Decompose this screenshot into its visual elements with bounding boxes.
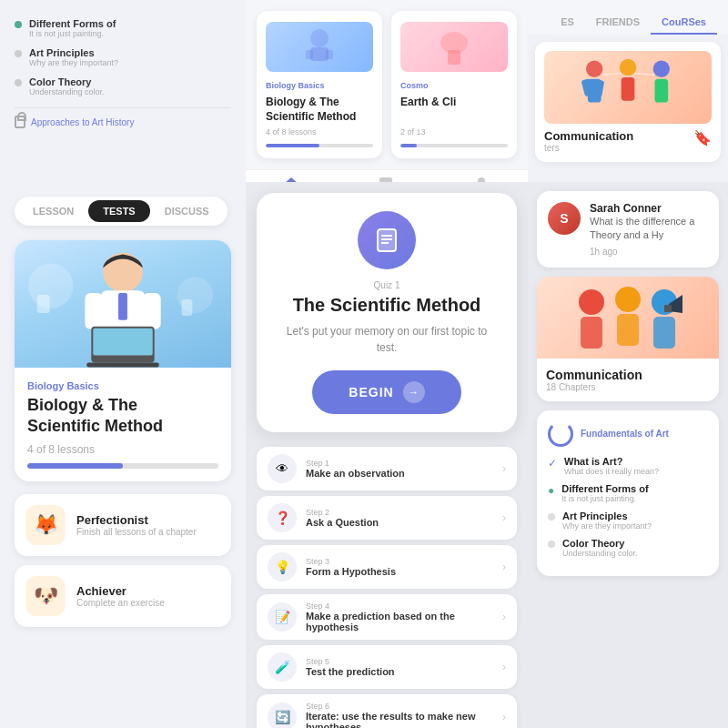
svg-rect-41 <box>653 317 675 349</box>
art-item-text-4: Color Theory Understanding color. <box>562 538 638 558</box>
art-check-2: ● <box>548 484 554 497</box>
svg-point-10 <box>586 61 602 77</box>
card2-category: Cosmo <box>400 81 508 90</box>
achievement-perfectionist[interactable]: 🦊 Perfectionist Finish all lessons of a … <box>15 494 231 556</box>
outline-dot-2 <box>15 50 22 57</box>
step-3[interactable]: 💡 Step 3 Form a Hypothesis › <box>257 545 517 589</box>
bottom-center-panel: Quiz 1 The Scientific Method Let's put y… <box>246 182 528 728</box>
outline-item-3[interactable]: Color Theory Understanding color. <box>15 76 231 96</box>
tab-lesson[interactable]: LESSON <box>18 200 88 222</box>
mini-card-2[interactable]: Cosmo Earth & Cli 2 of 13 <box>391 11 517 158</box>
outline-dot-3 <box>15 79 22 86</box>
communication-details: Communication 18 Chapters <box>537 359 719 401</box>
card1-progress-fill <box>266 144 319 147</box>
outline-dot-1 <box>15 21 22 28</box>
art-item-2[interactable]: ● Different Forms of It is not just pain… <box>548 483 708 503</box>
step-5[interactable]: 🧪 Step 5 Test the prediction › <box>257 645 517 689</box>
step-6[interactable]: 🔄 Step 6 Iterate: use the results to mak… <box>257 694 517 728</box>
bottom-left-panel: LESSON TESTS DISCUSS <box>0 182 246 728</box>
card2-title: Earth & Cli <box>400 96 508 110</box>
begin-label: BEGIN <box>349 385 393 399</box>
svg-rect-3 <box>326 50 333 59</box>
step-2[interactable]: ❓ Step 2 Ask a Question › <box>257 496 517 540</box>
outline-text-2: Art Principles Why are they important? <box>29 47 118 67</box>
svg-rect-5 <box>448 50 460 65</box>
bottom-right-panel: S Sarah Conner What is the difference a … <box>528 182 728 728</box>
card1-title: Biology & The Scientific Method <box>266 96 373 124</box>
course-card[interactable]: Biology Basics Biology & TheScientific M… <box>15 240 231 481</box>
art-item-4[interactable]: Color Theory Understanding color. <box>548 538 708 558</box>
step-text-5: Step 5 Test the prediction <box>306 657 493 677</box>
svg-point-38 <box>615 287 641 312</box>
communication-card[interactable]: Communication 18 Chapters <box>537 277 719 401</box>
card1-lessons: 4 of 8 lessons <box>266 127 373 136</box>
svg-rect-27 <box>85 293 103 329</box>
svg-rect-26 <box>118 293 127 320</box>
svg-rect-15 <box>622 77 635 101</box>
step-text-2: Step 2 Ask a Question <box>306 508 493 528</box>
svg-rect-2 <box>306 50 313 59</box>
course-title: Biology & TheScientific Method <box>27 395 218 436</box>
step-chevron-5: › <box>502 661 506 673</box>
course-progress-fill <box>27 463 123 469</box>
svg-point-36 <box>579 289 604 315</box>
steps-list: 👁 Step 1 Make an observation › ❓ Step 2 … <box>257 447 517 728</box>
outline-item-2[interactable]: Art Principles Why are they important? <box>15 47 231 67</box>
lesson-tabs: LESSON TESTS DISCUSS <box>15 197 228 226</box>
card1-category: Biology Basics <box>266 81 373 90</box>
tab-courses[interactable]: CouRSes <box>651 11 717 35</box>
sarah-card: S Sarah Conner What is the difference a … <box>537 191 719 268</box>
art-item-text-3: Art Principles Why are they important? <box>562 511 652 531</box>
approach-footer[interactable]: Approaches to Art History <box>15 107 231 128</box>
tab-discuss[interactable]: DISCUSS <box>150 200 224 222</box>
art-category: Fundamentals of Art <box>581 429 669 439</box>
user-name: Sarah Conner <box>590 202 708 215</box>
art-dot-3 <box>548 513 555 521</box>
mini-card-1[interactable]: Biology Basics Biology & The Scientific … <box>257 11 382 158</box>
outline-text-3: Color Theory Understanding color. <box>29 76 105 96</box>
tab-es[interactable]: ES <box>550 11 585 35</box>
course-progress-bar <box>27 463 218 469</box>
nav-courses[interactable]: Courses <box>370 176 401 182</box>
art-item-text-1: What is Art? What does it really mean? <box>564 456 659 476</box>
approach-text: Approaches to Art History <box>31 117 134 127</box>
step-icon-2: ❓ <box>268 503 297 532</box>
outline-text-1: Different Forms of It is not just painti… <box>29 18 116 38</box>
tab-tests[interactable]: TESTS <box>88 200 149 222</box>
tab-friends[interactable]: FRIENDS <box>585 11 651 35</box>
art-item-1[interactable]: ✓ What is Art? What does it really mean? <box>548 456 708 476</box>
achievement-achiever[interactable]: 🐶 Achiever Complete an exercise <box>15 565 231 627</box>
comm-info: Communication ters 🔖 <box>544 129 712 153</box>
bookmark-icon[interactable]: 🔖 <box>693 129 712 147</box>
quiz-card: Quiz 1 The Scientific Method Let's put y… <box>257 193 517 432</box>
nav-profile[interactable]: Profile <box>470 176 494 182</box>
svg-rect-42 <box>664 305 672 312</box>
svg-line-19 <box>634 73 654 75</box>
svg-rect-23 <box>181 299 192 316</box>
svg-point-0 <box>310 29 329 47</box>
tab-bar-top: ES FRIENDS CouRSes <box>528 0 728 35</box>
art-item-3[interactable]: Art Principles Why are they important? <box>548 511 708 531</box>
svg-rect-22 <box>37 295 50 313</box>
svg-rect-17 <box>654 79 668 103</box>
step-1[interactable]: 👁 Step 1 Make an observation › <box>257 447 517 490</box>
cards-row: Biology Basics Biology & The Scientific … <box>246 0 528 169</box>
course-lessons: 4 of 8 lessons <box>27 443 218 456</box>
step-4[interactable]: 📝 Step 4 Make a prediction based on the … <box>257 594 517 640</box>
sarah-text: Sarah Conner What is the difference a Th… <box>590 202 708 257</box>
nav-home[interactable]: Home <box>280 176 302 182</box>
card1-progress-bar <box>266 144 373 147</box>
outline-item-1[interactable]: Different Forms of It is not just painti… <box>15 18 231 38</box>
step-icon-4: 📝 <box>268 602 297 632</box>
svg-rect-37 <box>581 317 602 349</box>
step-icon-5: 🧪 <box>268 652 297 682</box>
art-header: Fundamentals of Art <box>548 421 708 447</box>
courses-icon <box>378 176 394 182</box>
communication-image <box>537 277 719 359</box>
user-question: What is the difference a Theory and a Hy <box>590 215 708 243</box>
achievement-text-1: Perfectionist Finish all lessons of a ch… <box>76 513 197 537</box>
begin-button[interactable]: BEGIN → <box>312 370 460 414</box>
svg-point-14 <box>620 59 636 76</box>
step-icon-6: 🔄 <box>268 703 297 728</box>
home-icon <box>283 176 299 182</box>
